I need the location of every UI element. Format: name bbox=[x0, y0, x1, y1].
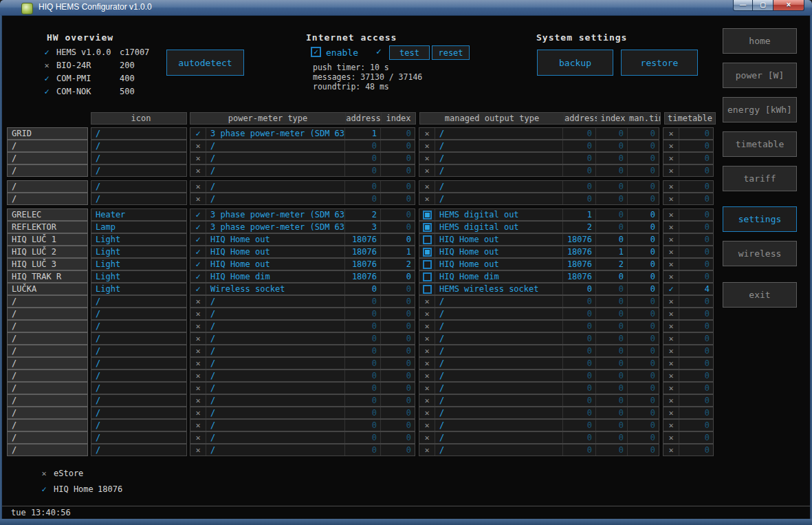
pm-state-cell[interactable]: ✕ bbox=[190, 181, 206, 192]
mo-mantime-cell[interactable]: 0 bbox=[627, 283, 659, 294]
mo-type-cell[interactable]: / bbox=[435, 181, 562, 192]
icon-cell[interactable]: / bbox=[91, 308, 187, 320]
row-name-cell[interactable]: HIQ TRAK R bbox=[7, 270, 88, 283]
row-name-cell[interactable]: / bbox=[7, 164, 88, 177]
mo-type-cell[interactable]: HIQ Home out bbox=[435, 234, 562, 245]
mo-address-cell[interactable]: 0 bbox=[562, 296, 595, 307]
mo-index-cell[interactable]: 0 bbox=[595, 333, 627, 344]
pm-type-cell[interactable]: HIQ Home out bbox=[206, 246, 344, 257]
mo-state-cell[interactable]: ✕ bbox=[419, 165, 435, 176]
row-name-cell[interactable]: / bbox=[7, 320, 88, 332]
pm-address-cell[interactable]: 0 bbox=[344, 181, 380, 192]
mo-state-cell[interactable] bbox=[419, 222, 435, 233]
mo-address-cell[interactable]: 18076 bbox=[562, 234, 595, 245]
tt-state-cell[interactable]: ✕ bbox=[663, 271, 679, 282]
icon-cell[interactable]: / bbox=[91, 431, 187, 444]
mo-address-cell[interactable]: 0 bbox=[562, 407, 595, 418]
tt-value-cell[interactable]: 0 bbox=[679, 246, 713, 257]
mo-state-cell[interactable] bbox=[419, 209, 435, 220]
pm-index-cell[interactable]: 0 bbox=[380, 128, 415, 139]
tt-value-cell[interactable]: 0 bbox=[679, 383, 713, 394]
tt-value-cell[interactable]: 0 bbox=[679, 140, 713, 151]
icon-cell[interactable]: / bbox=[91, 320, 187, 332]
tt-state-cell[interactable]: ✕ bbox=[663, 234, 679, 245]
mo-state-cell[interactable]: ✕ bbox=[419, 193, 435, 204]
tt-value-cell[interactable]: 0 bbox=[679, 234, 713, 245]
tt-state-cell[interactable]: ✕ bbox=[663, 358, 679, 369]
mo-type-cell[interactable]: HIQ Home out bbox=[435, 246, 562, 257]
pm-address-cell[interactable]: 18076 bbox=[344, 259, 380, 270]
pm-address-cell[interactable]: 0 bbox=[344, 420, 380, 431]
pm-address-cell[interactable]: 18076 bbox=[344, 234, 380, 245]
pm-type-cell[interactable]: / bbox=[206, 321, 344, 332]
tt-value-cell[interactable]: 0 bbox=[679, 296, 713, 307]
pm-index-cell[interactable]: 0 bbox=[380, 370, 415, 381]
pm-address-cell[interactable]: 0 bbox=[344, 407, 380, 418]
mo-index-cell[interactable]: 0 bbox=[595, 432, 627, 443]
row-name-cell[interactable]: / bbox=[7, 152, 88, 164]
pm-state-cell[interactable]: ✓ bbox=[190, 259, 206, 270]
pm-state-cell[interactable]: ✕ bbox=[190, 444, 206, 456]
mo-mantime-cell[interactable]: 0 bbox=[627, 444, 659, 456]
pm-index-cell[interactable]: 0 bbox=[380, 383, 415, 394]
mo-index-cell[interactable]: 1 bbox=[595, 246, 627, 257]
mo-address-cell[interactable]: 0 bbox=[562, 370, 595, 381]
pm-state-cell[interactable]: ✕ bbox=[190, 140, 206, 151]
mo-index-cell[interactable]: 0 bbox=[595, 370, 627, 381]
pm-type-cell[interactable]: HIQ Home out bbox=[206, 259, 344, 270]
tt-state-cell[interactable]: ✕ bbox=[663, 321, 679, 332]
tt-value-cell[interactable]: 0 bbox=[679, 308, 713, 319]
maximize-button[interactable]: ▢ bbox=[753, 0, 773, 11]
pm-state-cell[interactable]: ✕ bbox=[190, 153, 206, 164]
icon-cell[interactable]: / bbox=[91, 382, 187, 394]
pm-index-cell[interactable]: 0 bbox=[380, 420, 415, 431]
mo-mantime-cell[interactable]: 0 bbox=[627, 128, 659, 139]
pm-state-cell[interactable]: ✕ bbox=[190, 308, 206, 319]
mo-mantime-cell[interactable]: 0 bbox=[627, 209, 659, 220]
icon-cell[interactable]: / bbox=[91, 164, 187, 177]
pm-type-cell[interactable]: HIQ Home dim bbox=[206, 271, 344, 282]
row-name-cell[interactable]: HIQ LUČ 2 bbox=[7, 246, 88, 258]
icon-cell[interactable]: / bbox=[91, 407, 187, 419]
icon-cell[interactable]: / bbox=[91, 357, 187, 369]
mo-address-cell[interactable]: 0 bbox=[562, 193, 595, 204]
pm-address-cell[interactable]: 0 bbox=[344, 333, 380, 344]
tt-state-cell[interactable]: ✕ bbox=[663, 165, 679, 176]
mo-address-cell[interactable]: 0 bbox=[562, 181, 595, 192]
tt-value-cell[interactable]: 0 bbox=[679, 153, 713, 164]
tt-value-cell[interactable]: 0 bbox=[679, 432, 713, 443]
icon-cell[interactable]: Lamp bbox=[91, 221, 187, 233]
mo-index-cell[interactable]: 0 bbox=[595, 222, 627, 233]
row-name-cell[interactable]: / bbox=[7, 369, 88, 382]
tt-state-cell[interactable]: ✕ bbox=[663, 209, 679, 220]
tt-state-cell[interactable]: ✕ bbox=[663, 140, 679, 151]
mo-type-cell[interactable]: / bbox=[435, 321, 562, 332]
tt-value-cell[interactable]: 4 bbox=[679, 283, 713, 294]
pm-state-cell[interactable]: ✓ bbox=[190, 222, 206, 233]
pm-address-cell[interactable]: 0 bbox=[344, 358, 380, 369]
tt-value-cell[interactable]: 0 bbox=[679, 321, 713, 332]
row-name-cell[interactable]: / bbox=[7, 407, 88, 419]
mo-type-cell[interactable]: / bbox=[435, 395, 562, 406]
tt-state-cell[interactable]: ✕ bbox=[663, 193, 679, 204]
mo-type-cell[interactable]: / bbox=[435, 432, 562, 443]
row-name-cell[interactable]: / bbox=[7, 431, 88, 444]
nav-settings[interactable]: settings bbox=[723, 206, 797, 232]
pm-index-cell[interactable]: 0 bbox=[380, 165, 415, 176]
pm-type-cell[interactable]: / bbox=[206, 407, 344, 418]
pm-state-cell[interactable]: ✕ bbox=[190, 383, 206, 394]
row-name-cell[interactable]: HIQ LUČ 3 bbox=[7, 258, 88, 270]
tt-state-cell[interactable]: ✕ bbox=[663, 345, 679, 356]
tt-state-cell[interactable]: ✕ bbox=[663, 259, 679, 270]
pm-address-cell[interactable]: 0 bbox=[344, 444, 380, 456]
mo-mantime-cell[interactable]: 0 bbox=[627, 333, 659, 344]
pm-type-cell[interactable]: / bbox=[206, 432, 344, 443]
mo-address-cell[interactable]: 0 bbox=[562, 283, 595, 294]
mo-address-cell[interactable]: 0 bbox=[562, 333, 595, 344]
pm-index-cell[interactable]: 0 bbox=[380, 209, 415, 220]
tt-state-cell[interactable]: ✕ bbox=[663, 420, 679, 431]
mo-mantime-cell[interactable]: 0 bbox=[627, 140, 659, 151]
pm-index-cell[interactable]: 0 bbox=[380, 345, 415, 356]
mo-index-cell[interactable]: 0 bbox=[595, 140, 627, 151]
tt-state-cell[interactable]: ✕ bbox=[663, 333, 679, 344]
